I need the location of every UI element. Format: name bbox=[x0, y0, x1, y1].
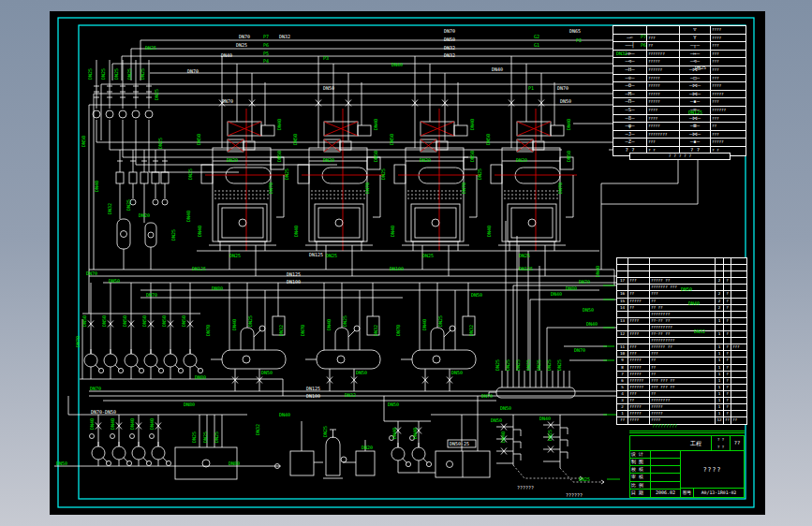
bom-cell bbox=[650, 271, 716, 277]
pipe-label: DN25 bbox=[88, 68, 93, 80]
pipe-label: P3 bbox=[323, 56, 329, 61]
legend-text: ????? bbox=[647, 82, 680, 90]
legend-symbol: —J— bbox=[613, 131, 647, 139]
bom-cell: ??? bbox=[628, 278, 650, 284]
bom-cell: 12 bbox=[617, 331, 628, 337]
pipe-label: DN40 bbox=[567, 119, 571, 130]
legend-text: ??? bbox=[711, 98, 746, 106]
bom-cell bbox=[731, 391, 746, 397]
pipe-label: P6 bbox=[263, 43, 269, 48]
title-block: 工程 ? ? ? ? ?? 设 计制 图校 核审 核比 例日 期2006.02 … bbox=[629, 435, 745, 498]
pipe-label: DN70 bbox=[90, 387, 101, 391]
pipe-label: DN50 bbox=[56, 461, 67, 466]
pipe-label: DN50 bbox=[123, 315, 127, 327]
pipe-label: DN25 bbox=[548, 430, 553, 441]
pipe-label: P6 bbox=[641, 43, 646, 48]
pipe-label: DN70 bbox=[396, 325, 401, 336]
bom-cell: 4 bbox=[617, 391, 628, 397]
titleblock-row-value: 2006.02 bbox=[651, 489, 680, 497]
bom-cell: ???????? bbox=[650, 312, 716, 317]
bom-cell bbox=[731, 318, 746, 324]
bom-cell: ????? bbox=[650, 411, 716, 416]
pipe-label: DN40 bbox=[586, 322, 598, 327]
titleblock-body: 设 计制 图校 核审 核比 例日 期2006.02 ???? 图号 A0/13-… bbox=[630, 451, 744, 497]
legend-symbol: —▪— bbox=[680, 98, 711, 106]
pipe-label: DN100 bbox=[306, 394, 320, 399]
bom-cell: ? bbox=[724, 331, 731, 337]
bom-cell bbox=[731, 338, 746, 343]
legend-symbol: —Θ— bbox=[613, 82, 647, 90]
bom-row: 8???????1? bbox=[617, 365, 746, 372]
pipe-label: DN25 bbox=[114, 68, 119, 80]
bom-row: 5????????? ??? ??1? bbox=[617, 385, 746, 391]
legend-symbol: —⊲— bbox=[613, 58, 647, 66]
bom-cell: 1 bbox=[716, 351, 724, 357]
bom-cell: ? bbox=[724, 398, 731, 403]
bom-cell: 9 bbox=[617, 358, 628, 363]
bom-row: 3??????????1? bbox=[617, 398, 746, 404]
bom-cell bbox=[724, 271, 731, 277]
legend-text: ???? bbox=[647, 107, 680, 114]
pipe-label: DN40 bbox=[391, 63, 403, 67]
bom-row bbox=[617, 271, 746, 278]
bom-row: 9???????1? bbox=[617, 358, 746, 364]
pipe-label: DN50 bbox=[451, 371, 463, 375]
bom-cell bbox=[731, 351, 746, 357]
pipe-label: DN25 bbox=[506, 359, 510, 371]
bom-cell: 2 bbox=[716, 299, 724, 304]
figure-number-label: 图号 bbox=[681, 489, 694, 497]
legend-text: ??? bbox=[711, 58, 746, 66]
pipe-label: DN50 bbox=[323, 86, 334, 91]
pipe-label: DN50 bbox=[444, 37, 455, 42]
pipe-label: DN20 bbox=[516, 158, 527, 163]
bom-cell bbox=[628, 325, 650, 330]
bom-cell: ?? bbox=[617, 417, 628, 424]
bom-cell: 1 bbox=[716, 404, 724, 410]
legend-symbol: —⋈— bbox=[680, 115, 711, 123]
pipe-label: DN70 bbox=[557, 86, 568, 91]
legend-row: —S—????—∞—?????? bbox=[613, 107, 746, 115]
bom-cell: ????? bbox=[650, 404, 716, 410]
bom-cell: ?? bbox=[650, 365, 716, 371]
pipe-label: DN50 bbox=[82, 315, 87, 327]
legend-text: ?????? bbox=[647, 66, 680, 74]
bom-row: 2??????????1? bbox=[617, 404, 746, 411]
legend-text: ?? bbox=[647, 42, 680, 50]
legend-row: —8—????—⋈—??? bbox=[613, 115, 746, 124]
bom-cell bbox=[628, 285, 650, 290]
pipe-label: DN25 bbox=[343, 315, 347, 327]
bom-cell: ??? bbox=[628, 351, 650, 357]
bom-cell: ??? ??? ?? bbox=[650, 378, 716, 384]
pipe-label: DN25 bbox=[695, 66, 706, 70]
bom-cell bbox=[731, 411, 746, 416]
bom-cell: 14 bbox=[617, 305, 628, 311]
titleblock-row-value bbox=[651, 451, 680, 458]
discipline-cell: ?? bbox=[730, 436, 744, 450]
pipe-label: DN50 bbox=[390, 134, 394, 145]
bom-row: ?????????? bbox=[617, 338, 746, 344]
bom-cell: 1 bbox=[716, 385, 724, 390]
pipe-label: DN50 bbox=[500, 406, 511, 411]
pipe-label: DN40 bbox=[374, 119, 378, 130]
legend-row: —⌐???Y???? bbox=[613, 35, 746, 43]
pipe-label: DN40 bbox=[551, 292, 562, 297]
bom-row: 1??????????1? bbox=[617, 411, 746, 417]
bom-row: ???????? bbox=[617, 312, 746, 318]
bom-cell: 16 bbox=[617, 291, 628, 297]
bom-cell bbox=[731, 291, 746, 297]
titleblock-signature-rows: 设 计制 图校 核审 核比 例日 期2006.02 bbox=[630, 451, 681, 497]
bom-cell: 6 bbox=[617, 378, 628, 384]
bom-cell: 5 bbox=[617, 385, 628, 390]
bom-cell bbox=[731, 358, 746, 363]
bom-cell bbox=[716, 265, 724, 270]
pipe-label: DN32 bbox=[108, 203, 112, 214]
bom-row bbox=[617, 265, 746, 271]
project-label: 工程 bbox=[690, 441, 701, 446]
bom-cell: ????? ?? bbox=[650, 278, 716, 284]
legend-text: ???? bbox=[711, 26, 746, 34]
bom-cell: ?????? ?? bbox=[650, 344, 716, 350]
legend-text: ??????? bbox=[647, 51, 680, 58]
pipe-label: DN40 bbox=[492, 67, 503, 72]
bom-cell: 12 bbox=[716, 417, 724, 424]
bom-cell bbox=[617, 312, 628, 317]
